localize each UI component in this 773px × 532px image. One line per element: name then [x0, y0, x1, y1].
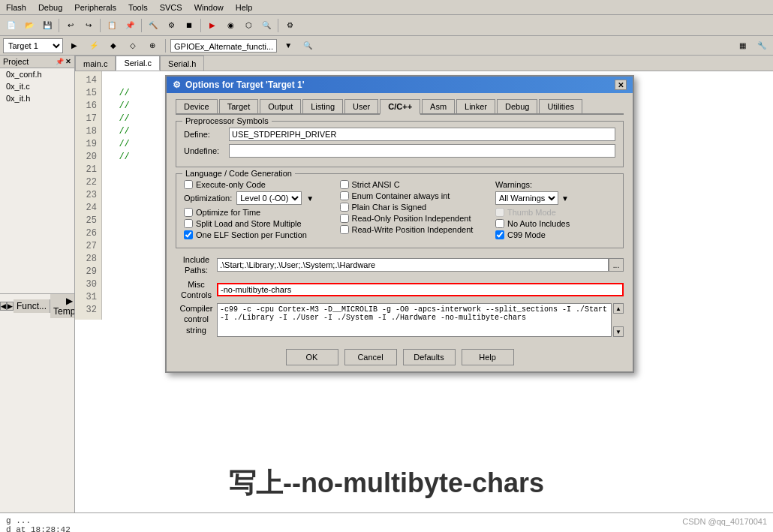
enum-container-checkbox[interactable]: [340, 191, 349, 200]
preprocessor-title: Preprocessor Symbols: [182, 116, 272, 125]
watermark: CSDN @qq_40170041: [682, 517, 767, 526]
options-col-left: Execute-only Code Optimization: Level 0 …: [184, 180, 332, 242]
language-group: Language / Code Generation Execute-only …: [176, 173, 624, 248]
read-only-checkbox[interactable]: [340, 214, 349, 223]
thumb-mode-checkbox[interactable]: [495, 208, 504, 217]
misc-input[interactable]: [217, 283, 624, 296]
misc-label: MiscControls: [176, 279, 217, 301]
read-only-label: Read-Only Position Independent: [352, 214, 471, 223]
optimization-select[interactable]: Level 0 (-O0): [236, 191, 302, 205]
optimization-row: Optimization: Level 0 (-O0) ▼: [184, 191, 332, 205]
plain-char-label: Plain Char is Signed: [352, 203, 427, 212]
include-browse-button[interactable]: ...: [609, 258, 624, 272]
execute-only-label: Execute-only Code: [196, 180, 266, 189]
split-load-row: Split Load and Store Multiple: [184, 219, 332, 228]
undefine-input[interactable]: [229, 144, 615, 158]
help-button[interactable]: Help: [462, 349, 514, 365]
include-row: IncludePaths: ...: [176, 254, 624, 276]
include-input[interactable]: [217, 258, 609, 272]
options-col-middle: Strict ANSI C Enum Container always int …: [340, 180, 489, 242]
dialog-tab-user[interactable]: User: [344, 99, 378, 113]
split-load-checkbox[interactable]: [184, 219, 193, 228]
execute-only-checkbox[interactable]: [184, 180, 193, 189]
dialog-tab-utilities[interactable]: Utilities: [539, 99, 582, 113]
dialog-close-button[interactable]: ✕: [615, 80, 627, 90]
dialog-tab-linker[interactable]: Linker: [456, 99, 495, 113]
dialog-title: Options for Target 'Target 1': [185, 80, 305, 90]
enum-container-label: Enum Container always int: [352, 191, 450, 200]
read-write-row: Read-Write Position Independent: [340, 225, 489, 234]
include-label: IncludePaths:: [176, 254, 217, 276]
cancel-button[interactable]: Cancel: [344, 349, 397, 365]
optimize-time-checkbox[interactable]: [184, 208, 193, 217]
warnings-col: Warnings: All Warnings ▼ Thumb Mode: [495, 180, 615, 242]
execute-only-row: Execute-only Code: [184, 180, 332, 189]
optimization-label: Optimization:: [184, 194, 232, 203]
warnings-dropdown-arrow: ▼: [561, 194, 569, 203]
define-row: Define:: [184, 128, 615, 141]
one-elf-checkbox[interactable]: [184, 230, 193, 239]
strict-ansi-label: Strict ANSI C: [352, 180, 400, 189]
compiler-textarea[interactable]: -c99 -c -cpu Cortex-M3 -D__MICROLIB -g -…: [217, 303, 612, 337]
strict-ansi-checkbox[interactable]: [340, 180, 349, 189]
compiler-scroll-up[interactable]: ▲: [613, 303, 624, 314]
no-auto-includes-checkbox[interactable]: [495, 219, 504, 228]
strict-ansi-row: Strict ANSI C: [340, 180, 489, 189]
dialog-tabs: Device Target Output Listing User C/C++ …: [176, 99, 624, 115]
preprocessor-group: Preprocessor Symbols Define: Undefine:: [176, 121, 624, 167]
no-auto-includes-row: No Auto Includes: [495, 219, 615, 228]
dialog-tab-listing[interactable]: Listing: [302, 99, 343, 113]
undefine-label: Undefine:: [184, 146, 229, 155]
warnings-select[interactable]: All Warnings: [495, 191, 558, 205]
defaults-button[interactable]: Defaults: [403, 349, 456, 365]
compiler-row: Compilercontrolstring -c99 -c -cpu Corte…: [176, 303, 624, 337]
c99-mode-checkbox[interactable]: [495, 230, 504, 239]
optimize-time-row: Optimize for Time: [184, 208, 332, 217]
plain-char-checkbox[interactable]: [340, 203, 349, 212]
define-label: Define:: [184, 130, 229, 139]
dialog-tab-device[interactable]: Device: [176, 99, 218, 113]
one-elf-label: One ELF Section per Function: [196, 230, 307, 239]
read-write-checkbox[interactable]: [340, 225, 349, 234]
options-dialog: ⚙ Options for Target 'Target 1' ✕ Device…: [165, 75, 634, 373]
dialog-body: Device Target Output Listing User C/C++ …: [167, 93, 633, 343]
split-load-label: Split Load and Store Multiple: [196, 219, 302, 228]
options-cols: Execute-only Code Optimization: Level 0 …: [184, 180, 615, 242]
ok-button[interactable]: OK: [286, 349, 338, 365]
language-title: Language / Code Generation: [182, 169, 295, 178]
plain-char-row: Plain Char is Signed: [340, 203, 489, 212]
dialog-tab-output[interactable]: Output: [260, 99, 301, 113]
dialog-tab-debug[interactable]: Debug: [497, 99, 537, 113]
dialog-tab-target[interactable]: Target: [219, 99, 259, 113]
read-write-label: Read-Write Position Independent: [352, 225, 474, 234]
compiler-scroll-down[interactable]: ▼: [613, 326, 624, 337]
dialog-tab-cpp[interactable]: C/C++: [380, 99, 420, 115]
read-only-row: Read-Only Position Independent: [340, 214, 489, 223]
c99-mode-label: C99 Mode: [507, 230, 546, 239]
one-elf-row: One ELF Section per Function: [184, 230, 332, 239]
dialog-overlay: ⚙ Options for Target 'Target 1' ✕ Device…: [0, 0, 773, 532]
dialog-icon: ⚙: [173, 80, 181, 90]
undefine-row: Undefine:: [184, 144, 615, 158]
dialog-buttons: OK Cancel Defaults Help: [167, 343, 633, 371]
thumb-mode-label: Thumb Mode: [507, 208, 556, 217]
define-input[interactable]: [229, 128, 615, 141]
c99-mode-row: C99 Mode: [495, 230, 615, 239]
thumb-mode-row: Thumb Mode: [495, 208, 615, 217]
compiler-label: Compilercontrolstring: [176, 303, 217, 335]
dialog-tab-asm[interactable]: Asm: [422, 99, 455, 113]
warnings-label: Warnings:: [495, 180, 615, 189]
misc-row: MiscControls: [176, 279, 624, 301]
no-auto-includes-label: No Auto Includes: [507, 219, 570, 228]
opt-dropdown-arrow: ▼: [306, 194, 314, 203]
optimize-time-label: Optimize for Time: [196, 208, 260, 217]
dialog-titlebar: ⚙ Options for Target 'Target 1' ✕: [167, 77, 633, 93]
enum-container-row: Enum Container always int: [340, 191, 489, 200]
